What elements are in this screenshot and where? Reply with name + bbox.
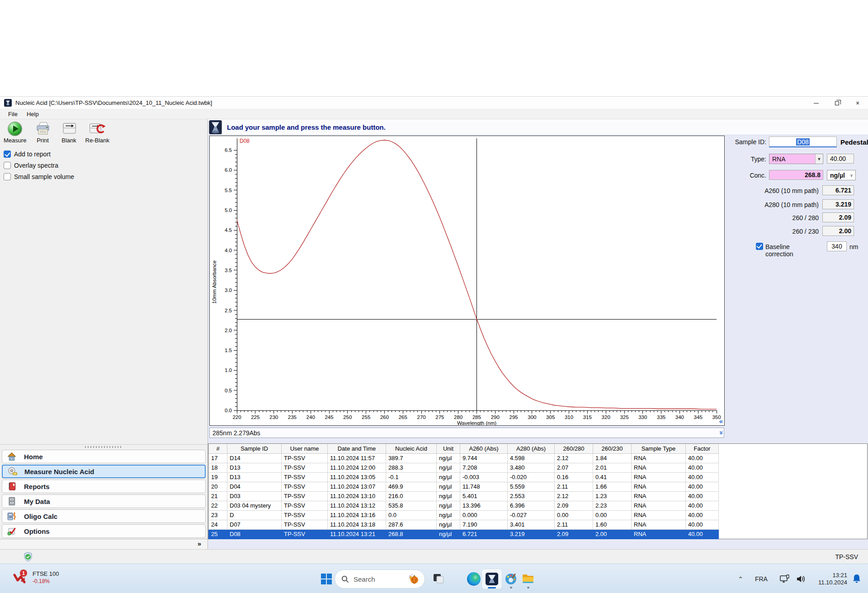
column-header[interactable]: 260/230 [593,444,632,453]
table-cell: RNA [632,510,686,520]
table-cell: 2.07 [555,463,593,472]
tray-expand-icon[interactable]: ⌃ [738,575,743,583]
column-header[interactable]: A260 (Abs) [460,444,508,453]
option-small-sample-volume[interactable]: Small sample volume [4,171,208,182]
checkbox-icon[interactable] [4,162,11,169]
option-label: Add to report [14,151,51,158]
oligo-calc-icon [7,511,17,521]
instrument-icon [209,120,222,134]
language-indicator[interactable]: FRA [755,575,768,583]
column-header[interactable]: Sample ID [227,444,282,453]
minimize-button[interactable] [806,97,826,109]
volume-icon[interactable] [796,574,807,584]
table-cell: 11.10.2024 13:12 [328,501,386,510]
option-label: Small sample volume [14,173,74,180]
table-row[interactable]: 25D08TP-SSV11.10.2024 13:21268.8ng/µl6.7… [209,529,719,539]
table-cell: 40.00 [686,463,719,472]
table-row[interactable]: 18D13TP-SSV11.10.2024 12:00288.3ng/µl7.2… [209,463,719,472]
table-cell: TP-SSV [282,501,328,510]
table-cell: 0.41 [593,472,632,482]
type-dropdown-arrow-icon[interactable]: ▼ [815,154,823,164]
svg-text:340: 340 [675,414,684,420]
file-explorer-button[interactable] [518,569,538,589]
table-cell: D08 [227,529,282,539]
column-header[interactable]: Unit [437,444,460,453]
sidebar-item-reports[interactable]: Reports [2,480,206,493]
column-header[interactable]: A280 (Abs) [508,444,555,453]
taskbar-tray: ⌃ FRA 13:21 11.10.2024 [738,564,868,593]
active-app-indicator [488,587,496,588]
sidebar-item-measure-nucleic-acid[interactable]: Measure Nucleic Acid [2,465,206,478]
edge-browser-button[interactable] [464,569,484,589]
sidebar-item-oligo-calc[interactable]: Oligo Calc [2,509,206,523]
table-cell: 2.09 [555,529,593,539]
search-box[interactable]: Search [335,569,425,588]
conc-label: Conc. [726,172,766,179]
sidebar-item-options[interactable]: Options [2,524,206,538]
nucleic-acid-app-button[interactable] [482,569,502,589]
table-row[interactable]: 21D03TP-SSV11.10.2024 13:10216.0ng/µl5.4… [209,491,719,501]
option-add-to-report[interactable]: Add to report [4,148,208,160]
clock[interactable]: 13:21 11.10.2024 [818,572,847,586]
table-cell: 2.09 [555,501,593,510]
factor-field[interactable]: 40.00 [827,154,854,164]
table-row[interactable]: 19D13TP-SSV11.10.2024 13:05-0.1ng/µl-0.0… [209,472,719,482]
table-cell: 2.11 [555,520,593,529]
table-cell: 17 [209,453,227,463]
column-header[interactable]: 260/280 [555,444,593,453]
column-header[interactable]: Nucleic Acid [386,444,437,453]
column-header[interactable]: Factor [686,444,719,453]
print-button[interactable]: Print [33,121,53,144]
checkbox-icon[interactable] [4,151,11,158]
table-row[interactable]: 22D03 04 mysteryTP-SSV11.10.2024 13:1253… [209,501,719,510]
widget-change: -0.18% [33,578,59,584]
panel-splitter[interactable] [0,444,208,449]
column-header[interactable]: # [209,444,227,453]
restore-button[interactable] [826,97,847,109]
table-cell: TP-SSV [282,510,328,520]
unit-dropdown-arrow-icon[interactable]: ∨ [848,170,855,180]
measure-button[interactable]: Measure [4,121,27,144]
column-header[interactable]: Date and Time [328,444,386,453]
table-cell: 24 [209,520,227,529]
option-overlay-spectra[interactable]: Overlay spectra [4,160,208,171]
reblank-button[interactable]: Re-Blank [85,121,109,144]
svg-text:220: 220 [232,414,241,420]
svg-text:310: 310 [565,414,573,420]
blank-button[interactable]: Blank [59,121,79,144]
notification-bell-icon[interactable] [852,574,862,584]
table-cell: 40.00 [686,529,719,539]
table-row[interactable]: 17D14TP-SSV11.10.2024 11:57389.7ng/µl9.7… [209,453,719,463]
sidebar-item-my-data[interactable]: My Data [2,494,206,508]
sidebar-item-home[interactable]: Home [2,450,206,463]
readout-expand-icon[interactable]: « [716,431,724,434]
baseline-correction-checkbox[interactable] [756,243,763,250]
sample-id-input[interactable]: D08 [769,136,837,147]
chart-collapse-icon[interactable]: « [719,417,723,425]
task-view-button[interactable] [429,569,448,589]
sidebar-collapse-icon[interactable]: » [198,540,201,547]
table-cell: 11.10.2024 12:00 [328,463,386,472]
column-header[interactable]: User name [282,444,328,453]
weather-stocks-widget[interactable]: 1 FTSE 100 -0.18% [12,569,59,586]
sample-id-label: Sample ID: [726,138,766,146]
network-display-icon[interactable] [779,574,790,584]
menu-item-file[interactable]: File [4,110,22,118]
menu-item-help[interactable]: Help [22,110,43,118]
start-button[interactable] [316,569,336,589]
type-dropdown[interactable]: RNA ▼ [769,154,823,164]
spectrum-chart[interactable]: 0.00.51.01.52.02.53.03.54.04.55.05.56.06… [209,136,725,426]
table-row[interactable]: 20D04TP-SSV11.10.2024 13:07469.9ng/µl11.… [209,482,719,491]
table-cell: 22 [209,501,227,510]
baseline-wavelength-input[interactable]: 340 [827,241,847,251]
checkbox-icon[interactable] [4,173,11,180]
table-cell: 3.480 [508,463,555,472]
svg-text:6.5: 6.5 [225,147,232,153]
spectrum-plot[interactable]: 0.00.51.01.52.02.53.03.54.04.55.05.56.06… [210,136,724,425]
column-header[interactable]: Sample Type [632,444,686,453]
close-button[interactable]: × [847,97,868,109]
table-row[interactable]: 24D07TP-SSV11.10.2024 13:18287.6ng/µl7.1… [209,520,719,529]
table-row[interactable]: 23DTP-SSV11.10.2024 13:160.0ng/µl0.000-0… [209,510,719,520]
unit-dropdown[interactable]: ng/µl ∨ [827,170,856,180]
table-cell: 11.10.2024 13:05 [328,472,386,482]
